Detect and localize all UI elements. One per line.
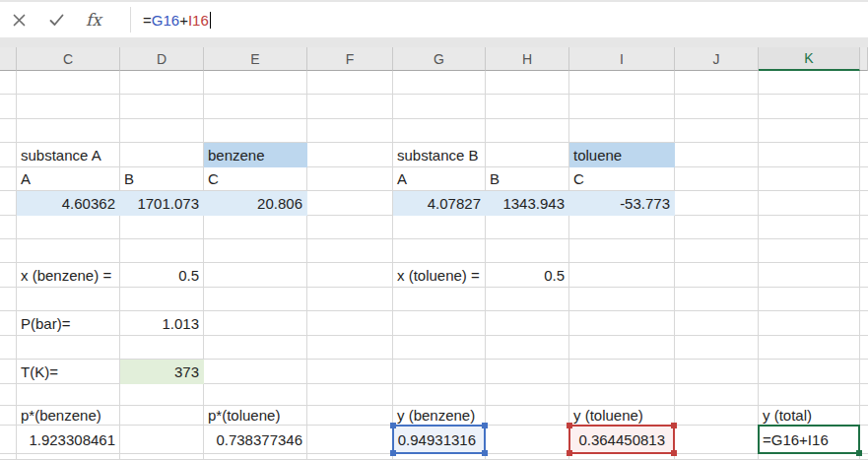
cell-K14[interactable] xyxy=(759,384,860,406)
cell-H4[interactable] xyxy=(486,143,569,167)
cell-K10[interactable] xyxy=(759,288,860,311)
column-header-G[interactable]: G xyxy=(393,47,486,71)
cell-K1[interactable] xyxy=(759,71,860,95)
cell-D8[interactable] xyxy=(120,239,204,263)
cell-J10[interactable] xyxy=(675,288,759,311)
cell-J17[interactable] xyxy=(675,454,759,460)
cell-C17[interactable] xyxy=(17,454,120,460)
cell-L3[interactable] xyxy=(860,119,868,143)
cell-C1[interactable] xyxy=(17,71,120,95)
cell-C13[interactable]: T(K)= xyxy=(17,360,120,384)
column-header-K[interactable]: K xyxy=(759,47,860,71)
cell-D17[interactable] xyxy=(120,454,204,460)
cell-K13[interactable] xyxy=(759,360,860,384)
cell-H14[interactable] xyxy=(486,384,569,406)
cell-C15[interactable]: p*(benzene) xyxy=(17,406,120,426)
column-header-H[interactable]: H xyxy=(486,47,569,71)
cell-F2[interactable] xyxy=(307,95,393,119)
cell-L1[interactable] xyxy=(860,71,868,95)
cell-G7[interactable] xyxy=(393,216,486,239)
cell-I2[interactable] xyxy=(569,95,675,119)
cell-H10[interactable] xyxy=(486,288,569,311)
cell-E1[interactable] xyxy=(204,71,307,95)
cell-C3[interactable] xyxy=(17,119,120,143)
cell-B14[interactable] xyxy=(0,384,17,406)
cell-F3[interactable] xyxy=(307,119,393,143)
cell-E9[interactable] xyxy=(204,263,307,288)
cell-L15[interactable] xyxy=(860,406,868,426)
cell-H7[interactable] xyxy=(486,216,569,239)
cell-K17[interactable] xyxy=(759,454,860,460)
cell-J1[interactable] xyxy=(675,71,759,95)
cell-I12[interactable] xyxy=(569,336,675,360)
cell-J16[interactable] xyxy=(675,426,759,454)
cell-K7[interactable] xyxy=(759,216,860,239)
cell-F8[interactable] xyxy=(307,239,393,263)
cell-L14[interactable] xyxy=(860,384,868,406)
cell-B16[interactable] xyxy=(0,426,17,454)
cell-F12[interactable] xyxy=(307,336,393,360)
cell-H5[interactable]: B xyxy=(486,167,569,191)
cell-E14[interactable] xyxy=(204,384,307,406)
cell-C6[interactable]: 4.60362 xyxy=(17,191,120,216)
cell-E5[interactable]: C xyxy=(204,167,307,191)
cell-K4[interactable] xyxy=(759,143,860,167)
cell-K6[interactable] xyxy=(759,191,860,216)
cell-E10[interactable] xyxy=(204,288,307,311)
cell-K3[interactable] xyxy=(759,119,860,143)
cell-G16[interactable]: 0.94931316 xyxy=(393,426,486,454)
cell-I8[interactable] xyxy=(569,239,675,263)
insert-function-button[interactable]: fx xyxy=(75,5,112,34)
enter-button[interactable] xyxy=(37,5,75,34)
cell-I16[interactable]: 0.364450813 xyxy=(569,426,675,454)
cell-D14[interactable] xyxy=(120,384,204,406)
cell-D1[interactable] xyxy=(120,71,204,95)
cell-B4[interactable] xyxy=(0,143,17,167)
cell-J3[interactable] xyxy=(675,119,759,143)
cell-E16[interactable]: 0.738377346 xyxy=(204,426,307,454)
cell-D4[interactable] xyxy=(120,143,204,167)
cell-I9[interactable] xyxy=(569,263,675,288)
cell-I1[interactable] xyxy=(569,71,675,95)
cell-F11[interactable] xyxy=(307,311,393,336)
cell-E12[interactable] xyxy=(204,336,307,360)
cell-B1[interactable] xyxy=(0,71,17,95)
cell-D13[interactable]: 373 xyxy=(120,360,204,384)
formula-input[interactable]: = G16 + I16 xyxy=(131,2,868,37)
cell-H16[interactable] xyxy=(486,426,569,454)
cell-D5[interactable]: B xyxy=(120,167,204,191)
cell-H6[interactable]: 1343.943 xyxy=(486,191,569,216)
cell-F6[interactable] xyxy=(307,191,393,216)
cell-K11[interactable] xyxy=(759,311,860,336)
cell-H1[interactable] xyxy=(486,71,569,95)
cell-F17[interactable] xyxy=(307,454,393,460)
cell-C11[interactable]: P(bar)= xyxy=(17,311,120,336)
cell-L7[interactable] xyxy=(860,216,868,239)
cell-F15[interactable] xyxy=(307,406,393,426)
cell-H15[interactable] xyxy=(486,406,569,426)
cell-B10[interactable] xyxy=(0,288,17,311)
cell-G12[interactable] xyxy=(393,336,486,360)
cell-D9[interactable]: 0.5 xyxy=(120,263,204,288)
cell-H9[interactable]: 0.5 xyxy=(486,263,569,288)
cell-J6[interactable] xyxy=(675,191,759,216)
cell-F5[interactable] xyxy=(307,167,393,191)
column-header-J[interactable]: J xyxy=(675,47,759,71)
cell-J7[interactable] xyxy=(675,216,759,239)
cell-G5[interactable]: A xyxy=(393,167,486,191)
column-header-I[interactable]: I xyxy=(569,47,675,71)
cell-C9[interactable]: x (benzene) = xyxy=(17,263,120,288)
cell-C16[interactable]: 1.923308461 xyxy=(17,426,120,454)
cell-F16[interactable] xyxy=(307,426,393,454)
cell-J5[interactable] xyxy=(675,167,759,191)
cell-C2[interactable] xyxy=(17,95,120,119)
cell-L8[interactable] xyxy=(860,239,868,263)
cell-C4[interactable]: substance A xyxy=(17,143,120,167)
fill-handle[interactable] xyxy=(856,450,862,456)
cell-F4[interactable] xyxy=(307,143,393,167)
cell-F1[interactable] xyxy=(307,71,393,95)
cell-E2[interactable] xyxy=(204,95,307,119)
cell-I14[interactable] xyxy=(569,384,675,406)
cell-L4[interactable] xyxy=(860,143,868,167)
cell-G4[interactable]: substance B xyxy=(393,143,486,167)
